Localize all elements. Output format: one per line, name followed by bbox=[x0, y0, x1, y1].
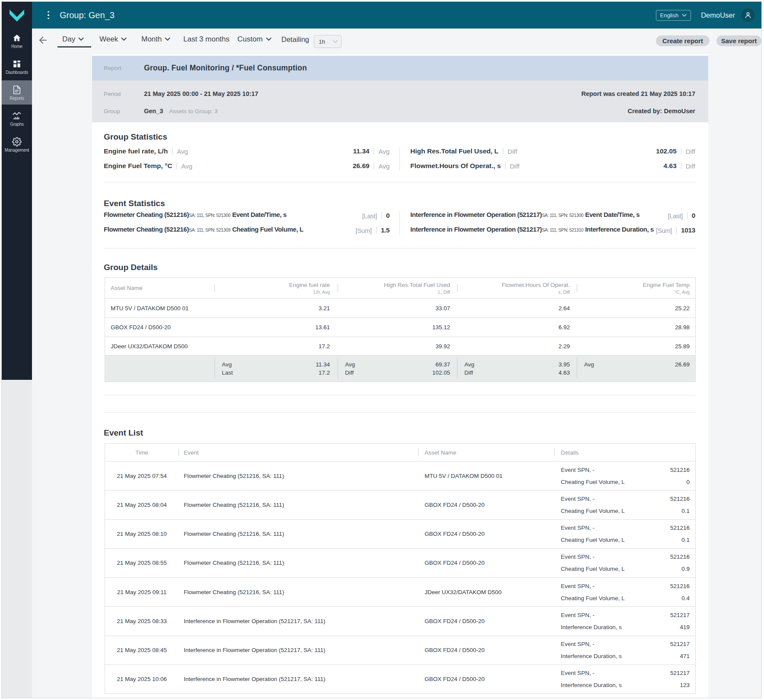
topbar: Group: Gen_3 English DemoUser bbox=[32, 2, 761, 29]
save-report-button[interactable]: Save report bbox=[716, 35, 761, 46]
detail-value: 521216 bbox=[670, 524, 690, 531]
meta-period-row: Period 21 May 2025 00:00 - 21 May 2025 1… bbox=[104, 89, 695, 98]
chevron-down-icon bbox=[333, 40, 338, 43]
detail-label: Cheating Fuel Volume, L bbox=[561, 536, 625, 544]
stat-qualifier: Diff bbox=[510, 162, 519, 170]
tab-label: Custom bbox=[237, 35, 263, 44]
event-list-table: Time Event Asset Name Details 21 May 202… bbox=[105, 443, 696, 694]
group-value: Gen_3 bbox=[144, 108, 163, 115]
event-name: Flowmeter Cheating (521216) bbox=[104, 211, 189, 218]
sidebar-item-label: Management bbox=[5, 148, 29, 153]
kebab-menu-icon[interactable] bbox=[44, 10, 53, 21]
detail-value: 521217 bbox=[670, 640, 690, 648]
detailing-label: Detailing bbox=[281, 31, 309, 48]
sidebar-item-dashboards[interactable]: Dashboards bbox=[2, 54, 32, 79]
event-cell: Interference in Flowmeter Operation (521… bbox=[179, 676, 418, 682]
summary-value: 69.37 bbox=[435, 361, 457, 369]
stat-value: 4.63 bbox=[664, 162, 677, 170]
column-subheader: L/h, Avg bbox=[313, 290, 338, 295]
event-stat-row: Interference in Flowmeter Operation (521… bbox=[410, 226, 695, 235]
event-agg: [Last] bbox=[362, 212, 377, 220]
time-cell: 21 May 2025 08:45 bbox=[105, 647, 179, 653]
stat-row: Flowmet.Hours Of Operat., s Diff 4.63 Di… bbox=[410, 162, 695, 170]
column-header: Details bbox=[561, 449, 579, 456]
event-meta: SA: 111, SPN: 521300 bbox=[189, 213, 230, 218]
stat-label: Engine fuel rate, L/h bbox=[104, 147, 168, 155]
event-statistics-title: Event Statistics bbox=[104, 198, 165, 209]
tab-week[interactable]: Week bbox=[95, 31, 131, 48]
table-row: 21 May 2025 09:11 Flowmeter Cheating (52… bbox=[105, 577, 695, 606]
event-cell: Flowmeter Cheating (521216, SA: 111) bbox=[179, 531, 418, 537]
tab-last-3-months[interactable]: Last 3 months bbox=[179, 31, 234, 48]
asset-cell: GBOX FD24 / D500-20 bbox=[418, 618, 554, 624]
detail-value: 0.9 bbox=[681, 565, 690, 573]
separator bbox=[681, 148, 681, 155]
time-cell: 21 May 2025 08:04 bbox=[105, 502, 179, 508]
event-cell: Interference in Flowmeter Operation (521… bbox=[179, 647, 418, 653]
table-header: Asset Name Engine fuel rateL/h, Avg High… bbox=[105, 278, 695, 298]
detail-value: 521217 bbox=[670, 611, 690, 619]
event-meta: SA: 111, SPN: 521310 bbox=[542, 227, 583, 232]
value-cell: 135.12 bbox=[338, 324, 457, 331]
tab-label: Week bbox=[99, 35, 118, 44]
sidebar-spacer bbox=[2, 380, 32, 698]
language-select[interactable]: English bbox=[656, 10, 691, 21]
summary-cell: Avg69.37 Diff102.05 bbox=[338, 356, 457, 382]
table-body: 21 May 2025 07:54 Flowmeter Cheating (52… bbox=[105, 461, 695, 694]
detail-label: Cheating Fuel Volume, L bbox=[561, 478, 625, 486]
event-param: Interference Duration, s bbox=[585, 226, 654, 233]
asset-cell: JDeer UX32/DATAKOM D500 bbox=[418, 589, 554, 595]
sidebar-item-home[interactable]: Home bbox=[2, 29, 32, 53]
event-cell: Flowmeter Cheating (521216, SA: 111) bbox=[179, 560, 418, 566]
period-label: Period bbox=[104, 91, 144, 97]
create-report-button[interactable]: Create report bbox=[656, 35, 710, 46]
detail-label: Interference Duration, s bbox=[561, 652, 622, 660]
stat-value-qualifier: Avg bbox=[378, 162, 390, 170]
separator bbox=[687, 212, 687, 219]
sidebar-item-graphs[interactable]: Graphs bbox=[2, 106, 32, 130]
detail-value: 0.1 bbox=[681, 536, 690, 544]
detail-value: 0.1 bbox=[681, 507, 690, 515]
section-divider bbox=[104, 248, 696, 248]
time-cell: 21 May 2025 10:06 bbox=[105, 676, 179, 682]
report-card: Report Group. Fuel Monitoring / *Fuel Co… bbox=[92, 54, 708, 698]
detailing-select[interactable]: 1h bbox=[314, 35, 342, 48]
brand-logo-icon[interactable] bbox=[10, 10, 24, 22]
back-arrow-icon[interactable] bbox=[38, 36, 47, 44]
event-meta: SA: 111, SPN: 521300 bbox=[542, 213, 583, 218]
detail-label: Event SPN, - bbox=[561, 495, 595, 503]
detail-value: 521216 bbox=[670, 582, 690, 590]
graphs-icon bbox=[12, 111, 22, 121]
column-subheader: s, Diff bbox=[558, 290, 577, 295]
sidebar-item-management[interactable]: Management bbox=[2, 132, 32, 156]
event-meta: SA: 111, SPN: 521309 bbox=[189, 227, 230, 232]
avatar[interactable] bbox=[741, 8, 755, 22]
user-name[interactable]: DemoUser bbox=[701, 11, 735, 19]
separator bbox=[381, 212, 382, 219]
active-tab-underline bbox=[58, 46, 91, 48]
summary-cell: Avg3.95 Diff4.63 bbox=[457, 356, 577, 382]
detail-value: 521216 bbox=[670, 466, 690, 474]
sidebar-item-reports[interactable]: Reports bbox=[2, 80, 32, 105]
column-header: Asset Name bbox=[425, 449, 457, 456]
event-statistics: Flowmeter Cheating (521216) SA: 111, SPN… bbox=[104, 211, 695, 235]
tab-month[interactable]: Month bbox=[137, 31, 175, 48]
summary-label: Diff bbox=[457, 369, 473, 377]
summary-value: 102.05 bbox=[432, 369, 457, 377]
language-label: English bbox=[660, 12, 679, 19]
report-header: Report Group. Fuel Monitoring / *Fuel Co… bbox=[92, 56, 708, 80]
sidebar-item-label: Graphs bbox=[10, 122, 24, 127]
summary-label: Avg bbox=[214, 361, 232, 369]
separator bbox=[681, 162, 681, 169]
detail-label: Event SPN, - bbox=[561, 553, 595, 560]
tab-custom[interactable]: Custom bbox=[233, 31, 276, 48]
detail-label: Event SPN, - bbox=[561, 611, 595, 619]
tab-day[interactable]: Day bbox=[58, 31, 89, 48]
chevron-down-icon bbox=[266, 38, 272, 41]
value-cell: 3.21 bbox=[214, 305, 338, 312]
stat-value-qualifier: Avg bbox=[378, 148, 390, 155]
separator bbox=[505, 162, 505, 169]
details-cell: Event SPN, -521216 Cheating Fuel Volume,… bbox=[554, 524, 696, 544]
detail-value: 419 bbox=[680, 624, 690, 631]
event-cell: Flowmeter Cheating (521216, SA: 111) bbox=[179, 589, 418, 595]
